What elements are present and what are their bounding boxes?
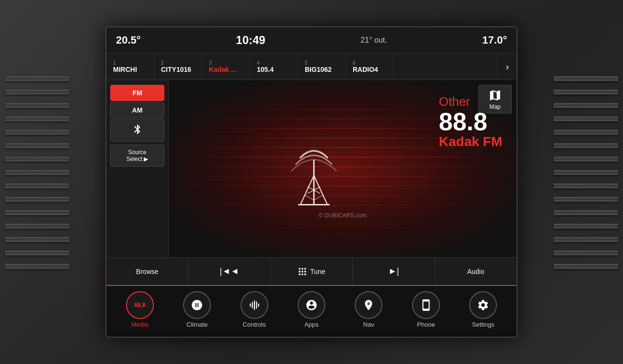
- nav-climate[interactable]: Climate: [173, 287, 221, 332]
- apps-icon-circle: [298, 291, 325, 319]
- controls-icon: [248, 299, 261, 311]
- preset-next-arrow[interactable]: ›: [497, 54, 517, 80]
- radio-info: Other 88.8 Kadak FM: [439, 94, 502, 149]
- temp-left: 20.5°: [116, 34, 141, 46]
- nav-icon-circle: NE: [355, 291, 382, 319]
- preset-6[interactable]: 6 RADIO4: [346, 54, 394, 80]
- vent-left: [0, 24, 74, 321]
- watermark: © DUBICARS.com: [319, 212, 367, 219]
- nav-nav-label: Nav: [363, 321, 374, 328]
- controls-icon-circle: [241, 291, 268, 319]
- preset-5[interactable]: 5 BIG1062: [298, 54, 346, 80]
- tune-grid-icon: [298, 267, 307, 276]
- settings-gear-icon: [477, 299, 489, 311]
- nav-apps-label: Apps: [304, 321, 319, 328]
- svg-line-7: [304, 195, 314, 200]
- svg-text:NE: NE: [366, 301, 369, 304]
- settings-icon-circle: [469, 291, 497, 319]
- preset-bar: 1 MIRCHI 2 CITY1016 3 Kadak ... 4 105.4 …: [106, 54, 517, 80]
- nav-climate-label: Climate: [186, 321, 208, 328]
- tune-button[interactable]: Tune: [271, 258, 353, 285]
- nav-settings-label: Settings: [472, 321, 495, 328]
- prev-button[interactable]: |◄◄: [188, 258, 270, 285]
- preset-2[interactable]: 2 CITY1016: [154, 54, 202, 80]
- nav-media[interactable]: 88.8 Media: [116, 287, 164, 332]
- fm-button[interactable]: FM: [110, 85, 164, 101]
- nav-controls[interactable]: Controls: [231, 287, 278, 332]
- nav-phone[interactable]: Phone: [402, 287, 450, 332]
- next-button[interactable]: ►|: [353, 258, 435, 285]
- radio-display: Other 88.8 Kadak FM © DUBICARS.com Map: [169, 80, 517, 257]
- media-icon-circle: 88.8: [126, 291, 154, 319]
- nav-navigation[interactable]: NE Nav: [345, 287, 392, 332]
- nav-settings[interactable]: Settings: [459, 287, 507, 332]
- browse-button[interactable]: Browse: [106, 258, 188, 285]
- preset-1[interactable]: 1 MIRCHI: [106, 54, 154, 80]
- control-bar: Browse |◄◄ Tune ►| Audio: [106, 257, 517, 285]
- climate-icon: [191, 299, 203, 311]
- climate-icon-circle: [183, 291, 211, 319]
- preset-4[interactable]: 4 105.4: [250, 54, 298, 80]
- main-screen: 20.5° 10:49 21° out. 17.0° 1 MIRCHI 2 CI…: [105, 26, 518, 338]
- radio-tower-icon: [285, 135, 343, 207]
- source-select-button[interactable]: SourceSelect ▶: [110, 145, 164, 167]
- source-sidebar: FM AM SourceSelect ▶: [106, 80, 169, 257]
- clock-display: 10:49: [236, 34, 265, 47]
- car-surround: 20.5° 10:49 21° out. 17.0° 1 MIRCHI 2 CI…: [0, 0, 623, 364]
- radio-category: Other: [439, 94, 502, 109]
- nav-phone-label: Phone: [417, 321, 435, 328]
- main-content-area: FM AM SourceSelect ▶: [106, 80, 517, 257]
- nav-apps[interactable]: Apps: [288, 287, 335, 332]
- svg-line-8: [314, 195, 324, 200]
- svg-line-4: [314, 175, 327, 205]
- am-button[interactable]: AM: [110, 102, 164, 118]
- svg-line-3: [300, 175, 314, 205]
- radio-station-name: Kadak FM: [439, 134, 502, 149]
- vent-right: [549, 24, 623, 321]
- nav-media-label: Media: [131, 321, 148, 328]
- apps-icon: [305, 299, 318, 311]
- bottom-nav: 88.8 Media Climate: [106, 285, 517, 333]
- phone-icon-circle: [412, 291, 440, 319]
- bluetooth-button[interactable]: [110, 119, 164, 142]
- audio-button[interactable]: Audio: [435, 258, 517, 285]
- outside-temp: 21° out.: [360, 36, 387, 45]
- preset-3[interactable]: 3 Kadak ...: [202, 54, 250, 80]
- nav-controls-label: Controls: [242, 321, 265, 328]
- temp-right: 17.0°: [482, 34, 507, 46]
- phone-icon: [420, 299, 432, 311]
- nav-compass-icon: NE: [362, 299, 375, 311]
- media-freq-display: 88.8: [134, 302, 145, 308]
- radio-frequency: 88.8: [439, 109, 502, 134]
- status-bar: 20.5° 10:49 21° out. 17.0°: [106, 27, 517, 54]
